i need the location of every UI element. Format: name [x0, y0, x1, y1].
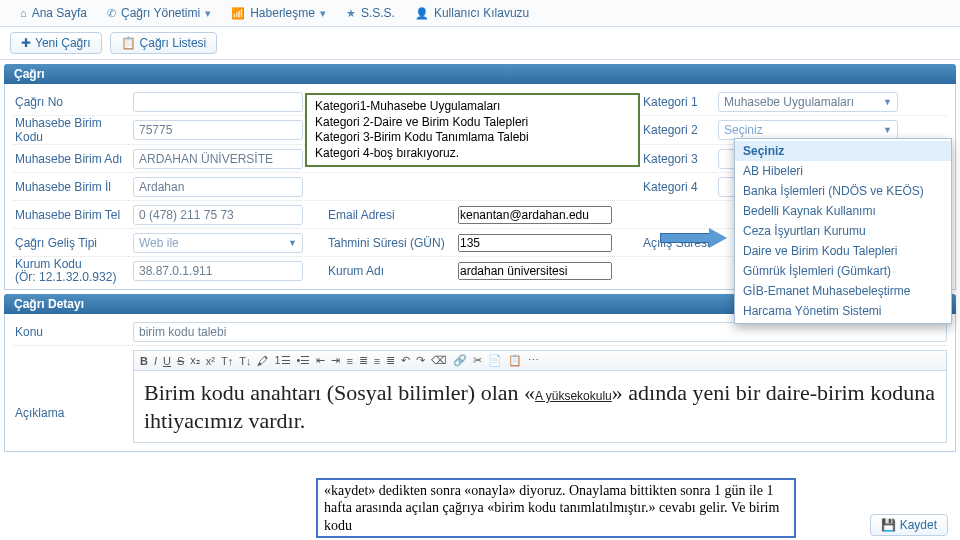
label-kategori1: Kategori 1: [628, 95, 718, 109]
bold-button[interactable]: B: [140, 355, 148, 367]
justify-button[interactable]: ≣: [386, 354, 395, 367]
dropdown-option[interactable]: Gümrük İşlemleri (Gümkart): [735, 261, 951, 281]
clipboard-icon: 📋: [121, 36, 136, 50]
decrease-font-button[interactable]: T↓: [239, 355, 251, 367]
redo-button[interactable]: ↷: [416, 354, 425, 367]
nav-home-label: Ana Sayfa: [32, 6, 87, 20]
select-kategori1[interactable]: Muhasebe Uygulamaları▼: [718, 92, 898, 112]
callout1-line3: Kategori 3-Birim Kodu Tanımlama Talebi: [315, 130, 630, 146]
label-email: Email Adresi: [328, 208, 458, 222]
input-kurum-kodu[interactable]: [133, 261, 303, 281]
label-sure: Tahmini Süresi (GÜN): [328, 236, 458, 250]
dropdown-option[interactable]: Harcama Yönetim Sistemi: [735, 301, 951, 321]
nav-cagri-yonetimi[interactable]: ✆Çağrı Yönetimi▾: [97, 2, 221, 24]
label-muh-tel: Muhasebe Birim Tel: [13, 208, 133, 222]
save-icon: 💾: [881, 518, 896, 532]
input-kurum-adi[interactable]: [458, 262, 612, 280]
arrow-annotation: [660, 228, 730, 248]
kaydet-button[interactable]: 💾Kaydet: [870, 514, 948, 536]
nav-cagri-label: Çağrı Yönetimi: [121, 6, 200, 20]
link-button[interactable]: 🔗: [453, 354, 467, 367]
more-button[interactable]: ⋯: [528, 354, 539, 367]
indent-button[interactable]: ⇥: [331, 354, 340, 367]
panel-cagri-header: Çağrı: [4, 64, 956, 84]
underline-button[interactable]: U: [163, 355, 171, 367]
ordered-list-button[interactable]: 1☰: [274, 354, 290, 367]
callout-kaydet-help: «kaydet» dedikten sonra «onayla» diyoruz…: [316, 478, 796, 539]
kaydet-label: Kaydet: [900, 518, 937, 532]
align-right-button[interactable]: ≡: [374, 355, 380, 367]
chevron-down-icon: ▾: [205, 7, 211, 20]
dropdown-option[interactable]: Bedelli Kaynak Kullanımı: [735, 201, 951, 221]
nav-sss-label: S.S.S.: [361, 6, 395, 20]
input-muh-ad[interactable]: [133, 149, 303, 169]
label-muh-kod: Muhasebe Birim Kodu: [13, 116, 133, 144]
label-konu: Konu: [13, 325, 133, 339]
select-kategori2[interactable]: Seçiniz▼: [718, 120, 898, 140]
label-kurum-adi: Kurum Adı: [328, 264, 458, 278]
dropdown-option[interactable]: AB Hibeleri: [735, 161, 951, 181]
input-email[interactable]: [458, 206, 612, 224]
nav-home[interactable]: ⌂Ana Sayfa: [10, 2, 97, 24]
dropdown-option[interactable]: Ceza İşyurtları Kurumu: [735, 221, 951, 241]
label-gelis-tipi: Çağrı Geliş Tipi: [13, 236, 133, 250]
nav-haberlesme[interactable]: 📶Haberleşme▾: [221, 2, 336, 24]
input-muh-kod[interactable]: [133, 120, 303, 140]
editor-toolbar: B I U S x₂ x² T↑ T↓ 🖍 1☰ •☰ ⇤ ⇥ ≡ ≣ ≡ ≣ …: [133, 350, 947, 371]
increase-font-button[interactable]: T↑: [221, 355, 233, 367]
subscript-button[interactable]: x₂: [190, 354, 200, 367]
nav-kilavuz[interactable]: 👤Kullanıcı Kılavuzu: [405, 2, 539, 24]
highlight-button[interactable]: 🖍: [257, 355, 268, 367]
strike-button[interactable]: S: [177, 355, 184, 367]
top-nav: ⌂Ana Sayfa ✆Çağrı Yönetimi▾ 📶Haberleşme▾…: [0, 0, 960, 27]
panel-detay-body: Konu Açıklama B I U S x₂ x² T↑ T↓ 🖍 1☰ •…: [4, 314, 956, 452]
italic-button[interactable]: I: [154, 355, 157, 367]
nav-kilavuz-label: Kullanıcı Kılavuzu: [434, 6, 529, 20]
yeni-cagri-label: Yeni Çağrı: [35, 36, 91, 50]
cut-button[interactable]: ✂: [473, 354, 482, 367]
outdent-button[interactable]: ⇤: [316, 354, 325, 367]
editor-content[interactable]: Birim kodu anahtarı (Sosyal bilimler) ol…: [133, 371, 947, 443]
cagri-listesi-button[interactable]: 📋Çağrı Listesi: [110, 32, 218, 54]
user-icon: 👤: [415, 7, 429, 20]
select-kat1-value: Muhasebe Uygulamaları: [724, 95, 854, 109]
callout1-line4: Kategori 4-boş bırakıyoruz.: [315, 146, 630, 162]
chevron-down-icon: ▼: [883, 125, 892, 135]
label-muh-ad: Muhasebe Birim Adı: [13, 152, 133, 166]
label-cagri-no: Çağrı No: [13, 95, 133, 109]
star-icon: ★: [346, 7, 356, 20]
sub-toolbar: ✚Yeni Çağrı 📋Çağrı Listesi: [0, 27, 960, 60]
callout-kategori-help: Kategori1-Muhasebe Uygulamaları Kategori…: [305, 93, 640, 167]
callout1-line1: Kategori1-Muhasebe Uygulamaları: [315, 99, 630, 115]
input-muh-tel[interactable]: [133, 205, 303, 225]
select-gelis-tipi[interactable]: Web ile▼: [133, 233, 303, 253]
yeni-cagri-button[interactable]: ✚Yeni Çağrı: [10, 32, 102, 54]
dropdown-option[interactable]: GİB-Emanet Muhasebeleştirme: [735, 281, 951, 301]
label-aciklama: Açıklama: [13, 346, 133, 443]
label-kategori4: Kategori 4: [628, 180, 718, 194]
input-muh-il[interactable]: [133, 177, 303, 197]
plus-icon: ✚: [21, 36, 31, 50]
copy-button[interactable]: 📄: [488, 354, 502, 367]
nav-sss[interactable]: ★S.S.S.: [336, 2, 405, 24]
align-left-button[interactable]: ≡: [346, 355, 352, 367]
home-icon: ⌂: [20, 7, 27, 19]
cagri-listesi-label: Çağrı Listesi: [140, 36, 207, 50]
input-konu[interactable]: [133, 322, 947, 342]
input-sure[interactable]: [458, 234, 612, 252]
dropdown-kategori2[interactable]: SeçinizAB HibeleriBanka İşlemleri (NDÖS …: [734, 138, 952, 324]
phone-icon: ✆: [107, 7, 116, 20]
dropdown-option[interactable]: Daire ve Birim Kodu Talepleri: [735, 241, 951, 261]
chevron-down-icon: ▾: [320, 7, 326, 20]
superscript-button[interactable]: x²: [206, 355, 215, 367]
undo-button[interactable]: ↶: [401, 354, 410, 367]
input-cagri-no[interactable]: [133, 92, 303, 112]
dropdown-option[interactable]: Banka İşlemleri (NDÖS ve KEÖS): [735, 181, 951, 201]
select-gelis-value: Web ile: [139, 236, 179, 250]
dropdown-option[interactable]: Seçiniz: [735, 141, 951, 161]
unordered-list-button[interactable]: •☰: [297, 354, 311, 367]
remove-format-button[interactable]: ⌫: [431, 354, 447, 367]
align-center-button[interactable]: ≣: [359, 354, 368, 367]
chevron-down-icon: ▼: [288, 238, 297, 248]
paste-button[interactable]: 📋: [508, 354, 522, 367]
